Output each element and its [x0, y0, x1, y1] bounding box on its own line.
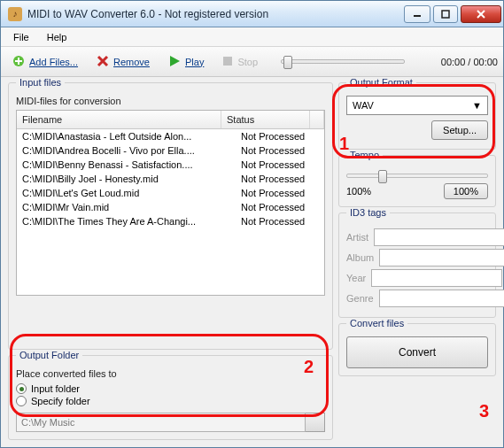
svg-rect-1 [442, 11, 449, 18]
col-extra [310, 111, 324, 128]
status-cell: Not Processed [236, 214, 324, 228]
file-list[interactable]: Filename Status C:\MIDI\Anastasia - Left… [16, 110, 325, 296]
output-folder-group: Output Folder Place converted files to I… [8, 355, 333, 440]
file-cell: C:\MIDI\Let's Get Loud.mid [17, 186, 236, 200]
menubar: File Help [1, 27, 503, 47]
window-title: MIDI to WAV Converter 6.0 - Not register… [27, 8, 401, 20]
play-label: Play [185, 57, 204, 67]
play-icon [167, 54, 182, 70]
titlebar: ♪ MIDI to WAV Converter 6.0 - Not regist… [1, 1, 503, 27]
status-cell: Not Processed [236, 200, 324, 214]
status-cell: Not Processed [236, 172, 324, 186]
genre-label: Genre [346, 293, 374, 304]
menu-file[interactable]: File [6, 30, 36, 44]
radio-dot-icon [16, 383, 27, 394]
album-input[interactable] [379, 249, 504, 266]
id3-title: ID3 tags [346, 207, 390, 218]
format-select[interactable]: WAV ▼ [346, 96, 488, 115]
play-button[interactable]: Play [162, 51, 209, 73]
seek-slider[interactable] [281, 59, 405, 64]
radio-input-folder[interactable]: Input folder [16, 382, 325, 395]
output-path-input [16, 413, 306, 432]
menu-help[interactable]: Help [40, 30, 74, 44]
table-row[interactable]: C:\MIDI\Andrea Bocelli - Vivo por Ella..… [17, 143, 324, 158]
remove-button[interactable]: Remove [90, 51, 155, 73]
artist-label: Artist [346, 232, 368, 243]
status-cell: Not Processed [236, 143, 324, 158]
setup-button[interactable]: Setup... [431, 120, 488, 140]
output-folder-prompt: Place converted files to [16, 368, 325, 379]
remove-label: Remove [113, 57, 150, 67]
close-button[interactable] [461, 5, 501, 23]
format-selected: WAV [353, 100, 374, 111]
status-cell: Not Processed [236, 158, 324, 172]
output-folder-title: Output Folder [16, 350, 82, 360]
radio-specify-folder[interactable]: Specify folder [16, 395, 325, 407]
col-filename[interactable]: Filename [17, 111, 221, 128]
convert-button[interactable]: Convert [346, 336, 488, 368]
file-cell: C:\MIDI\Andrea Bocelli - Vivo por Ella..… [17, 143, 236, 158]
browse-button[interactable] [306, 413, 325, 432]
toolbar: Add Files... Remove Play Stop 00:00 / 00… [1, 47, 503, 77]
album-label: Album [346, 252, 374, 263]
seek-thumb[interactable] [283, 56, 292, 69]
table-row[interactable]: C:\MIDI\Let's Get Loud.midNot Processed [17, 186, 324, 200]
tempo-reset-button[interactable]: 100% [444, 183, 488, 199]
status-cell: Not Processed [236, 129, 324, 143]
input-files-title: Input files [16, 77, 65, 88]
app-icon: ♪ [8, 7, 22, 21]
file-list-header: Filename Status [17, 111, 324, 129]
tempo-title: Tempo [346, 150, 383, 160]
year-input[interactable] [371, 269, 502, 287]
id3-group: ID3 tags Artist Album Year Genre [338, 212, 496, 318]
convert-title: Convert files [346, 318, 407, 328]
tempo-group: Tempo 100% 100% [338, 155, 496, 207]
output-format-title: Output Format [346, 77, 416, 88]
tempo-slider[interactable] [346, 174, 488, 178]
year-label: Year [346, 273, 366, 283]
file-cell: C:\MIDI\The Times They Are A-Changi... [17, 214, 236, 228]
stop-label: Stop [237, 57, 258, 67]
status-cell: Not Processed [236, 186, 324, 200]
minimize-button[interactable] [404, 5, 430, 23]
maximize-button[interactable] [433, 5, 458, 23]
table-row[interactable]: C:\MIDI\Benny Benassi - Satisfaction....… [17, 158, 324, 172]
radio-specify-folder-label: Specify folder [31, 396, 90, 406]
file-cell: C:\MIDI\Anastasia - Left Outside Alon... [17, 129, 236, 143]
radio-dot-icon [16, 396, 27, 406]
svg-rect-10 [223, 57, 232, 66]
add-files-button[interactable]: Add Files... [6, 51, 83, 73]
file-cell: C:\MIDI\Mr Vain.mid [17, 200, 236, 214]
file-cell: C:\MIDI\Benny Benassi - Satisfaction.... [17, 158, 236, 172]
chevron-down-icon: ▼ [472, 100, 482, 111]
convert-group: Convert files Convert [338, 323, 496, 376]
radio-input-folder-label: Input folder [31, 383, 80, 394]
add-files-label: Add Files... [29, 57, 78, 67]
x-icon [96, 54, 110, 70]
input-files-group: Input files MIDI-files for conversion Fi… [8, 82, 333, 350]
stop-button[interactable]: Stop [216, 52, 263, 72]
tempo-thumb[interactable] [378, 170, 387, 183]
stop-icon [221, 55, 234, 69]
genre-input[interactable] [379, 290, 504, 307]
file-cell: C:\MIDI\Billy Joel - Honesty.mid [17, 172, 236, 186]
table-row[interactable]: C:\MIDI\Mr Vain.midNot Processed [17, 200, 324, 214]
table-row[interactable]: C:\MIDI\Anastasia - Left Outside Alon...… [17, 129, 324, 143]
table-row[interactable]: C:\MIDI\The Times They Are A-Changi...No… [17, 214, 324, 228]
plus-icon [12, 54, 26, 70]
svg-marker-9 [170, 56, 180, 66]
artist-input[interactable] [374, 228, 504, 246]
col-status[interactable]: Status [221, 111, 310, 128]
time-display: 00:00 / 00:00 [441, 57, 498, 67]
tempo-value: 100% [346, 186, 371, 197]
input-files-subtitle: MIDI-files for conversion [16, 96, 325, 106]
output-format-group: Output Format WAV ▼ Setup... [338, 82, 496, 150]
table-row[interactable]: C:\MIDI\Billy Joel - Honesty.midNot Proc… [17, 172, 324, 186]
